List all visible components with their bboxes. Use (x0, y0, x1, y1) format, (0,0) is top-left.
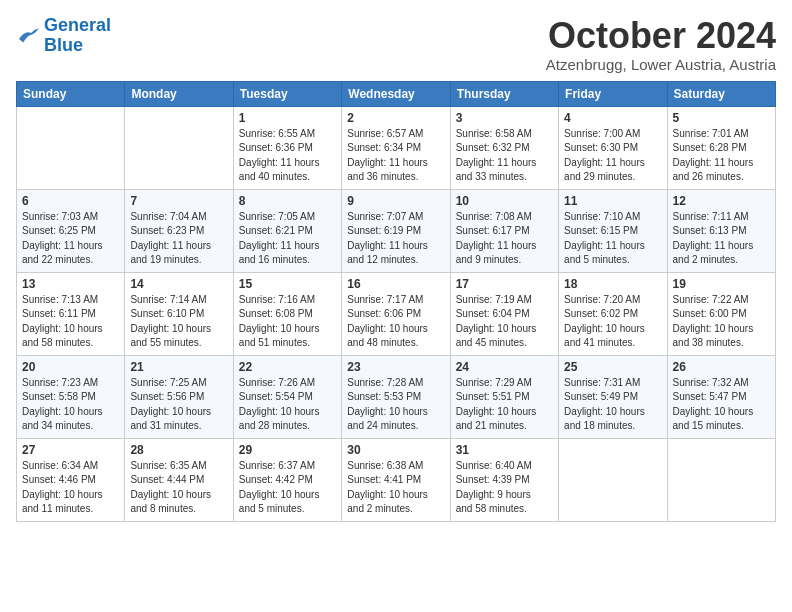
day-number: 1 (239, 111, 336, 125)
day-info: Sunrise: 7:07 AM Sunset: 6:19 PM Dayligh… (347, 210, 444, 268)
day-number: 10 (456, 194, 553, 208)
day-number: 20 (22, 360, 119, 374)
calendar-week-5: 27Sunrise: 6:34 AM Sunset: 4:46 PM Dayli… (17, 438, 776, 521)
calendar-cell: 17Sunrise: 7:19 AM Sunset: 6:04 PM Dayli… (450, 272, 558, 355)
day-info: Sunrise: 7:16 AM Sunset: 6:08 PM Dayligh… (239, 293, 336, 351)
day-number: 22 (239, 360, 336, 374)
calendar-cell: 16Sunrise: 7:17 AM Sunset: 6:06 PM Dayli… (342, 272, 450, 355)
logo-icon (16, 27, 40, 45)
calendar-cell: 22Sunrise: 7:26 AM Sunset: 5:54 PM Dayli… (233, 355, 341, 438)
day-number: 11 (564, 194, 661, 208)
calendar-cell: 1Sunrise: 6:55 AM Sunset: 6:36 PM Daylig… (233, 106, 341, 189)
day-info: Sunrise: 7:29 AM Sunset: 5:51 PM Dayligh… (456, 376, 553, 434)
calendar-cell: 11Sunrise: 7:10 AM Sunset: 6:15 PM Dayli… (559, 189, 667, 272)
day-info: Sunrise: 7:22 AM Sunset: 6:00 PM Dayligh… (673, 293, 770, 351)
calendar-cell: 13Sunrise: 7:13 AM Sunset: 6:11 PM Dayli… (17, 272, 125, 355)
calendar-cell: 3Sunrise: 6:58 AM Sunset: 6:32 PM Daylig… (450, 106, 558, 189)
calendar-cell: 20Sunrise: 7:23 AM Sunset: 5:58 PM Dayli… (17, 355, 125, 438)
weekday-header-wednesday: Wednesday (342, 81, 450, 106)
calendar-cell: 4Sunrise: 7:00 AM Sunset: 6:30 PM Daylig… (559, 106, 667, 189)
day-number: 21 (130, 360, 227, 374)
day-info: Sunrise: 6:55 AM Sunset: 6:36 PM Dayligh… (239, 127, 336, 185)
day-number: 28 (130, 443, 227, 457)
day-number: 29 (239, 443, 336, 457)
day-number: 14 (130, 277, 227, 291)
day-info: Sunrise: 7:01 AM Sunset: 6:28 PM Dayligh… (673, 127, 770, 185)
calendar-cell: 30Sunrise: 6:38 AM Sunset: 4:41 PM Dayli… (342, 438, 450, 521)
weekday-header-thursday: Thursday (450, 81, 558, 106)
day-number: 18 (564, 277, 661, 291)
calendar-cell: 7Sunrise: 7:04 AM Sunset: 6:23 PM Daylig… (125, 189, 233, 272)
day-number: 17 (456, 277, 553, 291)
calendar-cell: 31Sunrise: 6:40 AM Sunset: 4:39 PM Dayli… (450, 438, 558, 521)
day-info: Sunrise: 7:14 AM Sunset: 6:10 PM Dayligh… (130, 293, 227, 351)
day-info: Sunrise: 7:31 AM Sunset: 5:49 PM Dayligh… (564, 376, 661, 434)
calendar-cell (667, 438, 775, 521)
day-info: Sunrise: 7:20 AM Sunset: 6:02 PM Dayligh… (564, 293, 661, 351)
day-info: Sunrise: 7:13 AM Sunset: 6:11 PM Dayligh… (22, 293, 119, 351)
calendar-cell: 24Sunrise: 7:29 AM Sunset: 5:51 PM Dayli… (450, 355, 558, 438)
calendar-cell: 12Sunrise: 7:11 AM Sunset: 6:13 PM Dayli… (667, 189, 775, 272)
day-number: 16 (347, 277, 444, 291)
calendar-cell: 27Sunrise: 6:34 AM Sunset: 4:46 PM Dayli… (17, 438, 125, 521)
calendar-cell: 10Sunrise: 7:08 AM Sunset: 6:17 PM Dayli… (450, 189, 558, 272)
calendar-week-3: 13Sunrise: 7:13 AM Sunset: 6:11 PM Dayli… (17, 272, 776, 355)
day-info: Sunrise: 6:35 AM Sunset: 4:44 PM Dayligh… (130, 459, 227, 517)
month-title: October 2024 (546, 16, 776, 56)
day-number: 31 (456, 443, 553, 457)
day-number: 7 (130, 194, 227, 208)
day-info: Sunrise: 7:26 AM Sunset: 5:54 PM Dayligh… (239, 376, 336, 434)
weekday-header-friday: Friday (559, 81, 667, 106)
calendar-cell: 15Sunrise: 7:16 AM Sunset: 6:08 PM Dayli… (233, 272, 341, 355)
day-info: Sunrise: 7:05 AM Sunset: 6:21 PM Dayligh… (239, 210, 336, 268)
day-info: Sunrise: 7:04 AM Sunset: 6:23 PM Dayligh… (130, 210, 227, 268)
day-number: 30 (347, 443, 444, 457)
day-info: Sunrise: 7:10 AM Sunset: 6:15 PM Dayligh… (564, 210, 661, 268)
day-info: Sunrise: 7:00 AM Sunset: 6:30 PM Dayligh… (564, 127, 661, 185)
weekday-header-saturday: Saturday (667, 81, 775, 106)
day-number: 6 (22, 194, 119, 208)
logo: GeneralBlue (16, 16, 111, 56)
weekday-header-sunday: Sunday (17, 81, 125, 106)
calendar-week-1: 1Sunrise: 6:55 AM Sunset: 6:36 PM Daylig… (17, 106, 776, 189)
calendar-cell: 26Sunrise: 7:32 AM Sunset: 5:47 PM Dayli… (667, 355, 775, 438)
day-info: Sunrise: 7:19 AM Sunset: 6:04 PM Dayligh… (456, 293, 553, 351)
day-info: Sunrise: 7:11 AM Sunset: 6:13 PM Dayligh… (673, 210, 770, 268)
day-number: 12 (673, 194, 770, 208)
day-info: Sunrise: 6:38 AM Sunset: 4:41 PM Dayligh… (347, 459, 444, 517)
day-number: 26 (673, 360, 770, 374)
calendar-cell: 9Sunrise: 7:07 AM Sunset: 6:19 PM Daylig… (342, 189, 450, 272)
day-number: 27 (22, 443, 119, 457)
day-info: Sunrise: 7:28 AM Sunset: 5:53 PM Dayligh… (347, 376, 444, 434)
day-info: Sunrise: 6:40 AM Sunset: 4:39 PM Dayligh… (456, 459, 553, 517)
calendar-cell (125, 106, 233, 189)
day-number: 2 (347, 111, 444, 125)
day-info: Sunrise: 7:25 AM Sunset: 5:56 PM Dayligh… (130, 376, 227, 434)
weekday-header-tuesday: Tuesday (233, 81, 341, 106)
calendar-table: SundayMondayTuesdayWednesdayThursdayFrid… (16, 81, 776, 522)
calendar-cell: 21Sunrise: 7:25 AM Sunset: 5:56 PM Dayli… (125, 355, 233, 438)
page-header: GeneralBlue October 2024 Atzenbrugg, Low… (16, 16, 776, 73)
calendar-cell (17, 106, 125, 189)
calendar-cell: 5Sunrise: 7:01 AM Sunset: 6:28 PM Daylig… (667, 106, 775, 189)
calendar-cell: 19Sunrise: 7:22 AM Sunset: 6:00 PM Dayli… (667, 272, 775, 355)
day-number: 5 (673, 111, 770, 125)
day-number: 25 (564, 360, 661, 374)
day-number: 23 (347, 360, 444, 374)
calendar-cell (559, 438, 667, 521)
day-number: 4 (564, 111, 661, 125)
day-info: Sunrise: 7:03 AM Sunset: 6:25 PM Dayligh… (22, 210, 119, 268)
calendar-cell: 8Sunrise: 7:05 AM Sunset: 6:21 PM Daylig… (233, 189, 341, 272)
day-number: 8 (239, 194, 336, 208)
day-number: 24 (456, 360, 553, 374)
day-number: 13 (22, 277, 119, 291)
calendar-week-2: 6Sunrise: 7:03 AM Sunset: 6:25 PM Daylig… (17, 189, 776, 272)
day-number: 9 (347, 194, 444, 208)
calendar-cell: 28Sunrise: 6:35 AM Sunset: 4:44 PM Dayli… (125, 438, 233, 521)
calendar-cell: 6Sunrise: 7:03 AM Sunset: 6:25 PM Daylig… (17, 189, 125, 272)
day-number: 19 (673, 277, 770, 291)
calendar-cell: 18Sunrise: 7:20 AM Sunset: 6:02 PM Dayli… (559, 272, 667, 355)
calendar-cell: 2Sunrise: 6:57 AM Sunset: 6:34 PM Daylig… (342, 106, 450, 189)
weekday-header-monday: Monday (125, 81, 233, 106)
location-title: Atzenbrugg, Lower Austria, Austria (546, 56, 776, 73)
